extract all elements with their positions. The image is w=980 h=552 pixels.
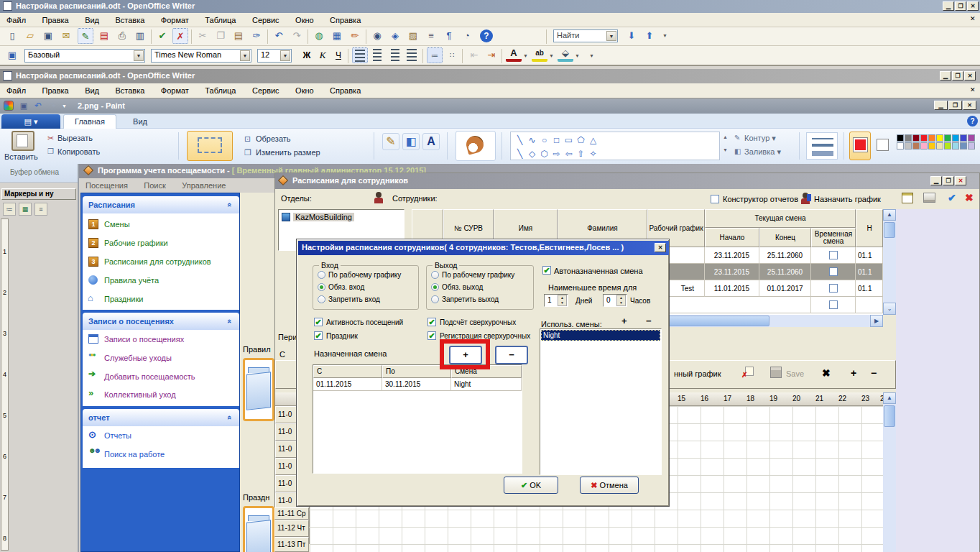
save-icon[interactable]: ▣: [40, 28, 56, 44]
palette-color[interactable]: [944, 134, 951, 142]
grid-options-icon[interactable]: ▦: [19, 203, 32, 216]
qat-save-icon[interactable]: ▣: [17, 98, 30, 113]
shape-arrow-up-icon[interactable]: ⇧: [575, 148, 587, 160]
list-options-icon[interactable]: ≡: [34, 203, 47, 216]
shape-line-icon[interactable]: ╲: [514, 134, 526, 147]
shifts-add-icon[interactable]: +: [621, 316, 627, 326]
shapes-scroll-down-icon[interactable]: ▼: [723, 147, 728, 152]
entry-by-schedule-radio[interactable]: [318, 271, 325, 279]
menu-view[interactable]: Вид: [78, 84, 106, 97]
palette-color[interactable]: [920, 134, 928, 142]
sidebar-item-accounting-rules[interactable]: Правила учёта: [104, 276, 159, 285]
zoom-icon[interactable]: ◔: [459, 28, 475, 44]
resize-button[interactable]: Изменить размер: [256, 148, 320, 157]
shifts-remove-icon[interactable]: −: [646, 316, 652, 326]
minimize-icon[interactable]: ▁: [930, 176, 942, 185]
paragraph-style-combo[interactable]: Базовый▼: [24, 49, 145, 63]
sidebar-item-shifts[interactable]: Смены: [104, 220, 130, 229]
assigned-cell-shift[interactable]: Night: [451, 378, 522, 391]
bold-icon[interactable]: Ж: [299, 47, 315, 63]
decrease-indent-icon[interactable]: ⇤: [466, 47, 482, 63]
cut-button[interactable]: Вырезать: [57, 134, 93, 142]
menu-insert[interactable]: Вставка: [108, 14, 151, 27]
collapse-icon[interactable]: «: [221, 203, 239, 207]
table-icon[interactable]: ▦: [329, 28, 345, 44]
overtime-count-checkbox[interactable]: ✔: [427, 318, 436, 326]
sidebar-item-holidays[interactable]: Праздники: [104, 295, 143, 303]
page-preview-icon[interactable]: ▥: [132, 28, 148, 44]
hours-spinner[interactable]: 0 ▲▼: [603, 294, 627, 307]
align-left-icon[interactable]: [352, 47, 368, 63]
collapse-icon[interactable]: «: [221, 415, 239, 420]
add-icon[interactable]: +: [851, 367, 856, 379]
close-icon[interactable]: ✕: [967, 1, 979, 11]
shape-triangle-icon[interactable]: △: [587, 134, 599, 147]
fill-tool-icon[interactable]: ◧: [402, 133, 420, 150]
maximize-icon[interactable]: ❐: [955, 1, 966, 11]
spellcheck-icon[interactable]: ✔: [154, 28, 170, 44]
menu-format[interactable]: Формат: [154, 84, 195, 97]
color2-swatch[interactable]: [874, 133, 892, 159]
close-icon[interactable]: ✕: [964, 71, 976, 80]
shape-star-icon[interactable]: ✧: [587, 148, 599, 160]
undo-icon[interactable]: ↶: [271, 28, 287, 44]
pdf-export-icon[interactable]: ▤: [96, 28, 112, 44]
palette-color[interactable]: [928, 134, 935, 142]
fill-dropdown[interactable]: Заливка ▾: [744, 147, 781, 157]
shapes-scroll-up-icon[interactable]: ▲: [723, 134, 728, 139]
temp-shift-checkbox[interactable]: [829, 251, 838, 259]
align-center-icon[interactable]: [369, 47, 385, 63]
close-icon[interactable]: ✕: [963, 101, 976, 110]
find-input[interactable]: Найти▼: [553, 29, 618, 42]
holidays-folder-icon[interactable]: [243, 506, 274, 552]
print-icon[interactable]: ⎙: [114, 28, 130, 44]
shape-ellipse-icon[interactable]: ○: [538, 134, 550, 147]
datasources-icon[interactable]: ≡: [423, 28, 439, 44]
sidebar-item-visit-records[interactable]: Записи о посещениях: [104, 335, 184, 344]
paint-menu-button[interactable]: ▤ ▾: [1, 114, 60, 129]
tab-home[interactable]: Главная: [63, 114, 116, 129]
minimize-icon[interactable]: ▁: [940, 71, 951, 80]
shape-line2-icon[interactable]: ╲: [514, 148, 526, 160]
shape-rect-icon[interactable]: ▭: [563, 134, 575, 147]
menu-window[interactable]: Окно: [289, 84, 320, 97]
cancel-icon[interactable]: ✖: [965, 192, 974, 203]
palette-color[interactable]: [968, 142, 975, 150]
email-icon[interactable]: ✉: [58, 28, 74, 44]
report-builder-checkbox[interactable]: [711, 195, 719, 203]
cell-start[interactable]: 23.11.2015: [705, 264, 759, 280]
menu-help[interactable]: Справка: [323, 14, 367, 27]
doc-close-icon[interactable]: ✕: [970, 15, 976, 22]
color1-swatch[interactable]: [849, 132, 871, 160]
print-icon[interactable]: [923, 193, 935, 203]
font-color-icon[interactable]: A: [506, 47, 522, 62]
copy-icon[interactable]: ❐: [213, 28, 228, 44]
palette-color[interactable]: [912, 142, 920, 150]
palette-color[interactable]: [928, 142, 935, 150]
menu-visits[interactable]: Посещения: [79, 179, 134, 192]
outline-dropdown[interactable]: Контур ▾: [744, 134, 776, 143]
table-vscrollbar[interactable]: ▲ ▼: [883, 209, 896, 315]
close-icon[interactable]: ✕: [655, 243, 666, 252]
bullets-numbering-icon[interactable]: ≔: [3, 203, 16, 216]
palette-color[interactable]: [897, 142, 904, 150]
hyperlink-icon[interactable]: ◍: [311, 28, 327, 44]
palette-color[interactable]: [897, 134, 904, 142]
entry-forbid-radio[interactable]: [318, 295, 325, 303]
open-icon[interactable]: ▱: [22, 28, 38, 44]
find-prev-icon[interactable]: ⬆: [642, 28, 657, 44]
qat-dropdown-icon[interactable]: ▼: [62, 104, 67, 109]
edit-mode-icon[interactable]: ✎: [78, 28, 93, 44]
font-color-dropdown-icon[interactable]: ▼: [523, 53, 528, 58]
sidebar-item-employee-schedules[interactable]: Расписания для сотрудников: [104, 257, 211, 266]
remove-schedule-icon[interactable]: ✗: [741, 367, 754, 380]
holiday-checkbox[interactable]: ✔: [314, 331, 323, 340]
menu-tools[interactable]: Сервис: [246, 84, 286, 97]
menu-table[interactable]: Таблица: [198, 84, 242, 97]
palette-color[interactable]: [968, 134, 975, 142]
shape-arrow-right-icon[interactable]: ⇨: [550, 148, 563, 160]
ribbon-help-icon[interactable]: ?: [967, 116, 978, 126]
palette-color[interactable]: [936, 134, 943, 142]
brush-tool-button[interactable]: [456, 131, 496, 161]
collapse-icon[interactable]: «: [221, 319, 239, 323]
